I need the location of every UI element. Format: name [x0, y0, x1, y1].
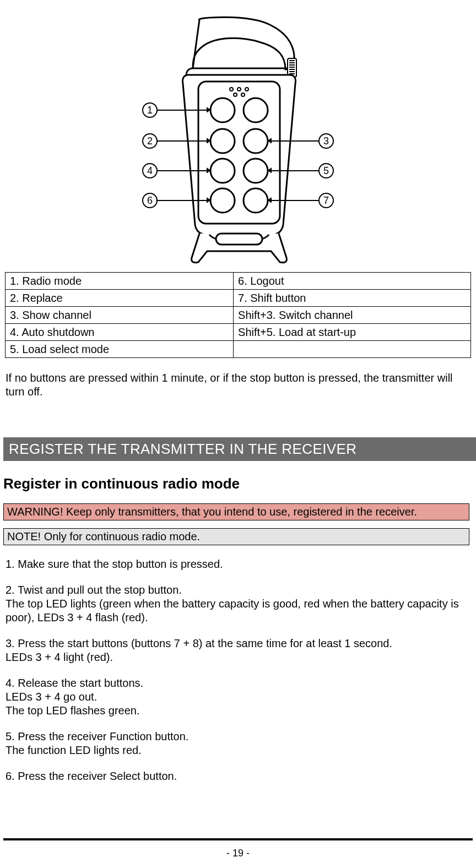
subheading: Register in continuous radio mode	[3, 475, 470, 492]
svg-point-14	[210, 98, 235, 122]
svg-point-15	[244, 98, 268, 122]
callout-1-label: 1	[147, 105, 153, 116]
svg-point-20	[210, 188, 235, 213]
step-item: 2. Twist and pull out the stop button.Th…	[6, 583, 470, 625]
step-item: 5. Press the receiver Function button.Th…	[6, 730, 470, 757]
svg-point-18	[210, 159, 235, 183]
table-row: 5. Load select mode	[6, 341, 471, 358]
transmitter-svg: 1 2 4 6 3	[133, 15, 343, 264]
table-cell: Shift+5. Load at start-up	[234, 324, 471, 341]
step-item: 4. Release the start buttons.LEDs 3 + 4 …	[6, 676, 470, 718]
table-cell: 6. Logout	[234, 273, 471, 290]
table-cell: 7. Shift button	[234, 290, 471, 307]
table-row: 2. Replace 7. Shift button	[6, 290, 471, 307]
warning-box: WARNING! Keep only transmitters, that yo…	[3, 503, 469, 520]
table-cell: 4. Auto shutdown	[6, 324, 234, 341]
note-box: NOTE! Only for continuous radio mode.	[3, 528, 469, 545]
step-item: 3. Press the start buttons (buttons 7 + …	[6, 637, 470, 664]
table-cell: 5. Load select mode	[6, 341, 234, 358]
svg-point-21	[244, 188, 268, 213]
table-cell: 1. Radio mode	[6, 273, 234, 290]
page-number: - 19 -	[0, 848, 476, 859]
table-cell: 3. Show channel	[6, 307, 234, 324]
button-legend-table: 1. Radio mode 6. Logout 2. Replace 7. Sh…	[5, 272, 471, 358]
svg-rect-22	[216, 234, 262, 245]
table-row: 3. Show channel Shift+3. Switch channel	[6, 307, 471, 324]
table-cell: Shift+3. Switch channel	[234, 307, 471, 324]
callout-7-label: 7	[323, 195, 329, 206]
callout-6-label: 6	[147, 195, 153, 206]
table-cell: 2. Replace	[6, 290, 234, 307]
table-row: 4. Auto shutdown Shift+5. Load at start-…	[6, 324, 471, 341]
footer-rule	[3, 838, 473, 840]
page: 1 2 4 6 3	[0, 0, 476, 868]
section-heading: REGISTER THE TRANSMITTER IN THE RECEIVER	[3, 437, 476, 461]
svg-point-17	[244, 129, 268, 153]
steps-list: 1. Make sure that the stop button is pre…	[3, 557, 473, 783]
callout-2-label: 2	[147, 135, 153, 147]
callout-5-label: 5	[323, 165, 329, 176]
table-row: 1. Radio mode 6. Logout	[6, 273, 471, 290]
table-cell	[234, 341, 471, 358]
svg-point-19	[244, 159, 268, 183]
step-item: 1. Make sure that the stop button is pre…	[6, 557, 470, 571]
callout-4-label: 4	[147, 165, 153, 176]
step-item: 6. Press the receiver Select button.	[6, 769, 470, 783]
svg-point-16	[210, 129, 235, 153]
transmitter-diagram: 1 2 4 6 3	[3, 0, 473, 264]
callout-3-label: 3	[323, 135, 329, 147]
paragraph-after-table: If no buttons are pressed within 1 minut…	[6, 371, 470, 399]
